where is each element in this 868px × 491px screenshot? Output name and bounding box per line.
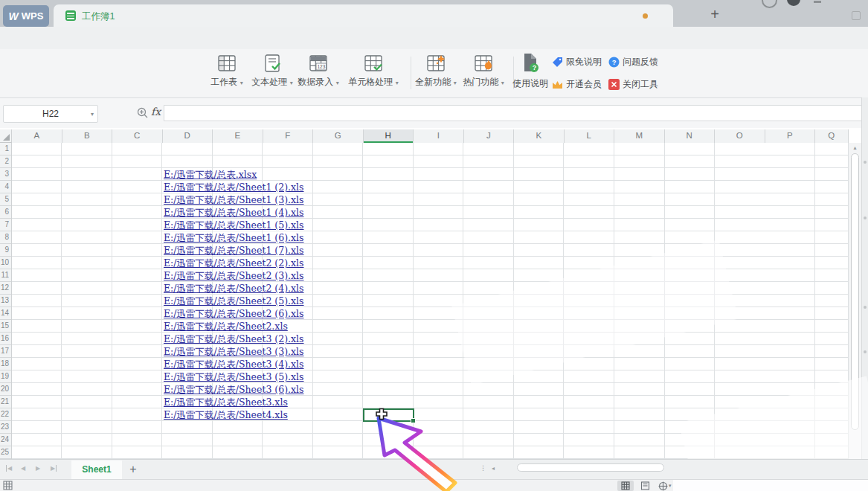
row-header-18[interactable]: 18: [0, 358, 11, 370]
column-header-A[interactable]: A: [12, 129, 62, 143]
column-header-P[interactable]: P: [765, 129, 816, 143]
column-header-M[interactable]: M: [614, 129, 665, 143]
column-header-B[interactable]: B: [62, 129, 113, 143]
cell-link-row-14[interactable]: E:/迅雷下载/总表/Sheet2 (6).xls: [164, 307, 303, 320]
first-sheet-icon[interactable]: ◀: [6, 465, 12, 472]
row-header-15[interactable]: 15: [0, 320, 11, 333]
cell-link-row-16[interactable]: E:/迅雷下载/总表/Sheet3 (2).xls: [164, 333, 303, 345]
row-header-14[interactable]: 14: [0, 307, 11, 320]
scroll-up-icon[interactable]: ▴: [849, 144, 861, 151]
row-header-1[interactable]: 1: [0, 143, 11, 155]
row-header-22[interactable]: 22: [0, 408, 11, 421]
cell-link-row-5[interactable]: E:/迅雷下载/总表/Sheet1 (3).xls: [164, 193, 303, 206]
last-sheet-icon[interactable]: ▶: [51, 465, 57, 472]
column-header-I[interactable]: I: [414, 129, 464, 143]
row-header-6[interactable]: 6: [0, 206, 11, 219]
cell-link-row-11[interactable]: E:/迅雷下载/总表/Sheet2 (3).xls: [164, 269, 303, 282]
name-box-caret-icon[interactable]: ▾: [91, 111, 94, 118]
row-header-17[interactable]: 17: [0, 345, 11, 358]
column-header-G[interactable]: G: [313, 129, 364, 143]
row-header-9[interactable]: 9: [0, 244, 11, 257]
limited-free-info-button[interactable]: 限免说明: [552, 56, 602, 68]
cell-link-row-17[interactable]: E:/迅雷下载/总表/Sheet3 (3).xls: [164, 345, 303, 358]
cell-link-row-3[interactable]: E:/迅雷下载/总表.xlsx: [164, 168, 257, 181]
row-header-13[interactable]: 13: [0, 295, 11, 307]
name-box[interactable]: H22 ▾: [3, 105, 98, 123]
usage-guide-button[interactable]: ? 使用说明: [509, 53, 552, 90]
ribbon-data-entry-button[interactable]: 123 数据录入 ▾: [291, 51, 346, 94]
insert-function-icon[interactable]: [137, 107, 149, 119]
view-options-caret-icon[interactable]: ▾: [669, 483, 672, 489]
close-tool-button[interactable]: 关闭工具: [608, 78, 658, 91]
row-header-20[interactable]: 20: [0, 383, 11, 396]
column-header-L[interactable]: L: [565, 129, 615, 143]
new-tab-button[interactable]: +: [705, 5, 724, 23]
row-header-25[interactable]: 25: [0, 446, 11, 459]
row-header-3[interactable]: 3: [0, 168, 11, 181]
ribbon-hot-features-button[interactable]: 热门功能 ▾: [456, 51, 511, 94]
grid-body[interactable]: [12, 143, 848, 459]
prev-sheet-icon[interactable]: ◀: [21, 465, 25, 472]
column-header-D[interactable]: D: [163, 129, 213, 143]
cell-link-row-8[interactable]: E:/迅雷下载/总表/Sheet1 (6).xls: [164, 231, 303, 244]
column-header-C[interactable]: C: [112, 129, 163, 143]
next-sheet-icon[interactable]: ▶: [36, 465, 40, 472]
hscroll-left-icon[interactable]: ◂: [492, 465, 495, 472]
row-header-12[interactable]: 12: [0, 282, 11, 295]
cell-link-row-20[interactable]: E:/迅雷下载/总表/Sheet3 (6).xls: [164, 383, 303, 396]
add-sheet-button[interactable]: +: [125, 461, 141, 478]
row-header-5[interactable]: 5: [0, 193, 11, 206]
row-header-4[interactable]: 4: [0, 181, 11, 193]
column-header-E[interactable]: E: [213, 129, 263, 143]
upgrade-membership-button[interactable]: 开通会员: [552, 78, 602, 91]
cell-link-row-13[interactable]: E:/迅雷下载/总表/Sheet2 (5).xls: [164, 295, 303, 307]
cell-link-row-18[interactable]: E:/迅雷下载/总表/Sheet3 (4).xls: [164, 358, 303, 370]
cell-link-row-12[interactable]: E:/迅雷下载/总表/Sheet2 (4).xls: [164, 282, 303, 295]
column-header-N[interactable]: N: [665, 129, 716, 143]
splitter-handle-icon[interactable]: ⋮: [480, 464, 486, 472]
partial-maximize-icon[interactable]: [852, 11, 861, 20]
sheet-tab-sheet1[interactable]: Sheet1: [71, 460, 122, 479]
cell-link-row-9[interactable]: E:/迅雷下载/总表/Sheet1 (7).xls: [164, 244, 303, 257]
horizontal-scrollbar[interactable]: [506, 463, 666, 472]
ribbon-new-features-button[interactable]: 全新功能 ▾: [408, 51, 463, 94]
row-header-24[interactable]: 24: [0, 434, 11, 446]
cell-link-row-10[interactable]: E:/迅雷下载/总表/Sheet2 (2).xls: [164, 257, 303, 269]
column-header-O[interactable]: O: [715, 129, 765, 143]
row-header-10[interactable]: 10: [0, 257, 11, 269]
column-header-F[interactable]: F: [263, 129, 314, 143]
cell-link-row-21[interactable]: E:/迅雷下载/总表/Sheet3.xls: [164, 396, 288, 408]
row-header-7[interactable]: 7: [0, 219, 11, 231]
horizontal-scroll-thumb[interactable]: [517, 463, 664, 472]
formula-input[interactable]: [164, 105, 864, 121]
row-header-8[interactable]: 8: [0, 231, 11, 244]
row-header-23[interactable]: 23: [0, 421, 11, 434]
column-header-J[interactable]: J: [464, 129, 515, 143]
feedback-button[interactable]: ? 问题反馈: [608, 56, 658, 68]
fx-label[interactable]: fx: [151, 106, 161, 118]
vertical-scrollbar[interactable]: ▴: [848, 143, 861, 459]
column-header-K[interactable]: K: [514, 129, 565, 143]
column-header-Q[interactable]: Q: [815, 129, 849, 143]
column-header-H[interactable]: H: [364, 129, 414, 143]
cell-link-row-22[interactable]: E:/迅雷下载/总表/Sheet4.xls: [164, 408, 288, 421]
cell-link-row-19[interactable]: E:/迅雷下载/总表/Sheet3 (5).xls: [164, 370, 303, 383]
page-layout-view-button[interactable]: [637, 481, 653, 491]
cell-link-row-7[interactable]: E:/迅雷下载/总表/Sheet1 (5).xls: [164, 219, 303, 231]
select-all-corner[interactable]: [0, 129, 12, 143]
row-header-2[interactable]: 2: [0, 155, 11, 168]
row-header-16[interactable]: 16: [0, 333, 11, 345]
wps-home-button[interactable]: W WPS: [3, 5, 49, 27]
cell-link-row-15[interactable]: E:/迅雷下载/总表/Sheet2.xls: [164, 320, 288, 333]
cell-link-row-4[interactable]: E:/迅雷下载/总表/Sheet1 (2).xls: [164, 181, 303, 193]
ribbon-worksheet-button[interactable]: 工作表 ▾: [204, 51, 250, 94]
normal-view-button[interactable]: [617, 481, 634, 491]
row-header-11[interactable]: 11: [0, 269, 11, 282]
vertical-scroll-thumb[interactable]: [851, 153, 859, 430]
fill-handle[interactable]: [411, 418, 416, 423]
row-header-19[interactable]: 19: [0, 370, 11, 383]
ribbon-cell-processing-button[interactable]: 单元格处理 ▾: [341, 51, 405, 94]
cell-link-row-6[interactable]: E:/迅雷下载/总表/Sheet1 (4).xls: [164, 206, 303, 219]
row-header-21[interactable]: 21: [0, 396, 11, 408]
document-tab[interactable]: 工作簿1: [54, 4, 673, 27]
